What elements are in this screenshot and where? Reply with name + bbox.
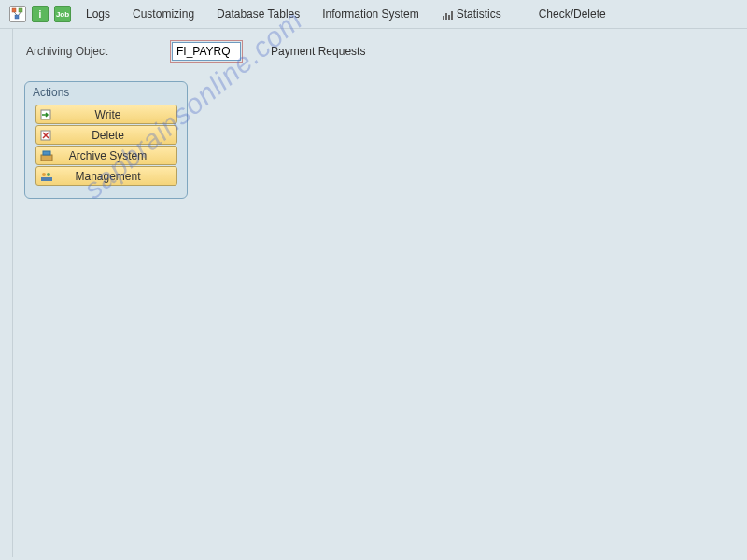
main-area: Archiving Object Payment Requests Action… <box>0 29 747 557</box>
svg-line-3 <box>14 12 17 15</box>
delete-icon <box>38 128 55 143</box>
svg-rect-14 <box>43 151 50 155</box>
management-icon <box>38 169 55 184</box>
svg-rect-2 <box>15 15 19 19</box>
actions-title: Actions <box>25 82 187 105</box>
svg-rect-17 <box>41 177 52 181</box>
write-icon <box>38 107 55 122</box>
archive-system-icon <box>38 148 55 163</box>
toolbar-item-statistics[interactable]: Statistics <box>432 6 511 22</box>
svg-point-16 <box>47 173 50 176</box>
management-button-label: Management <box>57 170 175 183</box>
svg-rect-8 <box>451 11 453 20</box>
archiving-object-label: Archiving Object <box>26 45 148 58</box>
svg-rect-6 <box>445 13 447 20</box>
archive-system-button[interactable]: Archive System <box>35 146 177 165</box>
toolbar-item-information-system[interactable]: Information System <box>313 6 428 22</box>
delete-button-label: Delete <box>57 129 175 142</box>
write-button[interactable]: Write <box>35 105 177 124</box>
info-icon[interactable]: i <box>32 6 49 22</box>
archiving-object-description: Payment Requests <box>271 45 365 58</box>
toolbar-item-database-tables[interactable]: Database Tables <box>207 6 309 22</box>
archiving-object-row: Archiving Object Payment Requests <box>22 42 738 61</box>
toolbar-item-statistics-label: Statistics <box>457 7 501 21</box>
management-button[interactable]: Management <box>35 166 177 186</box>
content-area: Archiving Object Payment Requests Action… <box>13 29 747 557</box>
actions-panel: Actions Write Delete Archive System <box>24 81 188 199</box>
left-strip <box>0 29 13 557</box>
svg-rect-13 <box>41 155 52 161</box>
svg-rect-1 <box>19 8 22 12</box>
app-toolbar: i Job Logs Customizing Database Tables I… <box>0 0 747 29</box>
archiving-object-input[interactable] <box>172 42 241 61</box>
statistics-icon <box>442 9 455 21</box>
toolbar-item-check-delete[interactable]: Check/Delete <box>529 6 615 22</box>
svg-line-4 <box>19 12 21 15</box>
job-icon[interactable]: Job <box>54 6 71 22</box>
svg-rect-0 <box>12 8 16 12</box>
delete-button[interactable]: Delete <box>35 125 177 145</box>
svg-rect-5 <box>443 16 444 20</box>
write-button-label: Write <box>57 108 175 121</box>
svg-rect-7 <box>448 15 450 20</box>
svg-point-15 <box>42 173 46 176</box>
toolbar-item-logs[interactable]: Logs <box>77 6 120 22</box>
structure-icon[interactable] <box>9 6 26 22</box>
toolbar-item-customizing[interactable]: Customizing <box>123 6 204 22</box>
archive-system-button-label: Archive System <box>57 149 175 162</box>
